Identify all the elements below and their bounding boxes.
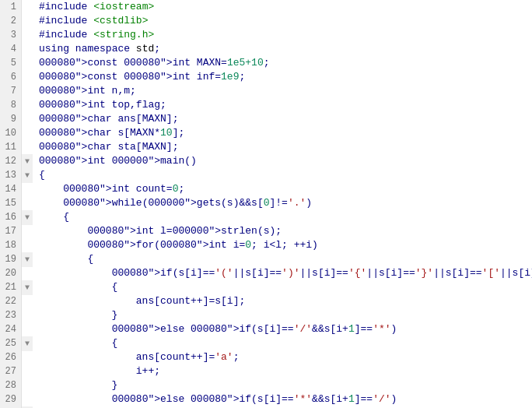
line-number: 23 <box>0 308 22 322</box>
code-line: 10 000080">char s[MAXN*10]; <box>0 126 532 140</box>
line-text: i++; <box>33 364 532 378</box>
line-number: 14 <box>0 182 22 196</box>
code-line: 17 000080">int l=000000">strlen(s); <box>0 224 532 238</box>
code-editor: 1 #include <iostream>2 #include <cstdlib… <box>0 0 532 408</box>
line-text: { <box>33 168 532 182</box>
code-line: 5 000080">const 000080">int MAXN=1e5+10; <box>0 56 532 70</box>
fold-indicator[interactable]: ▼ <box>22 280 33 295</box>
line-number: 2 <box>0 14 22 28</box>
line-text: #include <string.h> <box>33 28 532 42</box>
line-text: #include <iostream> <box>33 0 532 14</box>
line-text: 000080">char sta[MAXN]; <box>33 140 532 154</box>
line-number: 17 <box>0 224 22 238</box>
line-text: using namespace std; <box>33 42 532 56</box>
fold-indicator[interactable]: ▼ <box>22 168 33 183</box>
code-line: 28 } <box>0 378 532 392</box>
line-number: 28 <box>0 378 22 392</box>
line-text: 000080">int l=000000">strlen(s); <box>33 224 532 238</box>
code-line: 14 000080">int count=0; <box>0 182 532 196</box>
line-text: 000080">if(s[i]=='('||s[i]==')'||s[i]=='… <box>33 266 532 280</box>
line-text: ans[count++]='a'; <box>33 350 532 364</box>
line-number: 26 <box>0 350 22 364</box>
line-number: 9 <box>0 112 22 126</box>
line-text: { <box>33 252 532 266</box>
line-number: 5 <box>0 56 22 70</box>
line-number: 1 <box>0 0 22 14</box>
code-line: 7 000080">int n,m; <box>0 84 532 98</box>
fold-indicator[interactable]: ▼ <box>22 252 33 267</box>
line-text: 000080">char s[MAXN*10]; <box>33 126 532 140</box>
code-line: 9 000080">char ans[MAXN]; <box>0 112 532 126</box>
code-line: 19▼ { <box>0 252 532 266</box>
code-line: 27 i++; <box>0 364 532 378</box>
code-line: 23 } <box>0 308 532 322</box>
line-text: 000080">int 000000">main() <box>33 154 532 168</box>
line-number: 19 <box>0 252 22 266</box>
line-text: 000080">else 000080">if(s[i]=='*'&&s[i+1… <box>33 392 532 406</box>
line-text: { <box>33 336 532 350</box>
line-number: 4 <box>0 42 22 56</box>
code-line: 4 using namespace std; <box>0 42 532 56</box>
code-line: 24 000080">else 000080">if(s[i]=='/'&&s[… <box>0 322 532 336</box>
line-text: 000080">int count=0; <box>33 182 532 196</box>
code-line: 6 000080">const 000080">int inf=1e9; <box>0 70 532 84</box>
code-area: 1 #include <iostream>2 #include <cstdlib… <box>0 0 532 408</box>
line-number: 15 <box>0 196 22 210</box>
code-line: 13▼{ <box>0 168 532 182</box>
line-text: 000080">const 000080">int inf=1e9; <box>33 70 532 84</box>
code-line: 3 #include <string.h> <box>0 28 532 42</box>
line-number: 6 <box>0 70 22 84</box>
line-text: 000080">const 000080">int MAXN=1e5+10; <box>33 56 532 70</box>
line-text: ans[count++]=s[i]; <box>33 294 532 308</box>
line-number: 11 <box>0 140 22 154</box>
line-text: 000080">for(000080">int i=0; i<l; ++i) <box>33 238 532 252</box>
code-line: 15 000080">while(000000">gets(s)&&s[0]!=… <box>0 196 532 210</box>
code-line: 26 ans[count++]='a'; <box>0 350 532 364</box>
code-line: 2 #include <cstdlib> <box>0 14 532 28</box>
code-line: 22 ans[count++]=s[i]; <box>0 294 532 308</box>
line-number: 29 <box>0 392 22 406</box>
fold-indicator[interactable]: ▼ <box>22 154 33 169</box>
code-line: 29 000080">else 000080">if(s[i]=='*'&&s[… <box>0 392 532 406</box>
line-number: 3 <box>0 28 22 42</box>
code-line: 25▼ { <box>0 336 532 350</box>
line-text: 000080">int n,m; <box>33 84 532 98</box>
code-line: 8 000080">int top,flag; <box>0 98 532 112</box>
line-number: 21 <box>0 280 22 294</box>
line-number: 18 <box>0 238 22 252</box>
line-text: 000080">else 000080">if(s[i]=='/'&&s[i+1… <box>33 322 532 336</box>
fold-indicator[interactable]: ▼ <box>22 210 33 225</box>
line-number: 13 <box>0 168 22 182</box>
line-number: 10 <box>0 126 22 140</box>
line-text: } <box>33 308 532 322</box>
line-number: 22 <box>0 294 22 308</box>
line-number: 8 <box>0 98 22 112</box>
code-line: 1 #include <iostream> <box>0 0 532 14</box>
code-line: 18 000080">for(000080">int i=0; i<l; ++i… <box>0 238 532 252</box>
line-number: 20 <box>0 266 22 280</box>
line-text: 000080">while(000000">gets(s)&&s[0]!='.'… <box>33 196 532 210</box>
line-number: 27 <box>0 364 22 378</box>
line-number: 25 <box>0 336 22 350</box>
fold-indicator[interactable]: ▼ <box>22 336 33 351</box>
line-text: { <box>33 210 532 224</box>
code-line: 20 000080">if(s[i]=='('||s[i]==')'||s[i]… <box>0 266 532 280</box>
line-number: 7 <box>0 84 22 98</box>
line-text: } <box>33 378 532 392</box>
code-line: 11 000080">char sta[MAXN]; <box>0 140 532 154</box>
code-line: 21▼ { <box>0 280 532 294</box>
line-number: 16 <box>0 210 22 224</box>
code-line: 12▼000080">int 000000">main() <box>0 154 532 168</box>
line-text: #include <cstdlib> <box>33 14 532 28</box>
code-line: 16▼ { <box>0 210 532 224</box>
line-number: 24 <box>0 322 22 336</box>
line-text: 000080">int top,flag; <box>33 98 532 112</box>
line-text: 000080">char ans[MAXN]; <box>33 112 532 126</box>
line-number: 12 <box>0 154 22 168</box>
line-text: { <box>33 280 532 294</box>
